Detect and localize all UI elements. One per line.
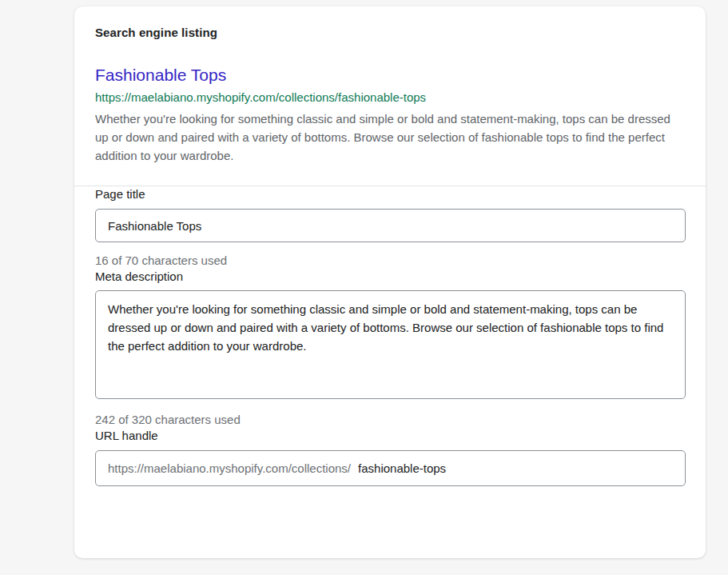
seo-preview-title-link[interactable]: Fashionable Tops [95,64,686,86]
page-background: Search engine listing Fashionable Tops h… [0,0,728,575]
meta-description-label: Meta description [95,270,183,283]
search-engine-listing-card: Search engine listing Fashionable Tops h… [74,6,706,558]
seo-preview: Fashionable Tops https://maelabiano.mysh… [95,64,686,165]
seo-preview-description: Whether you're looking for something cla… [95,110,686,165]
page-title-input[interactable] [95,209,686,242]
meta-description-character-count: 242 of 320 characters used [95,412,686,428]
page-title-character-count: 16 of 70 characters used [95,253,686,269]
url-handle-label: URL handle [95,429,158,442]
card-title: Search engine listing [95,26,686,39]
url-handle-input[interactable] [358,461,673,475]
seo-preview-url: https://maelabiano.myshopify.com/collect… [95,90,686,106]
meta-description-textarea[interactable]: Whether you're looking for something cla… [95,290,686,399]
page-title-label: Page title [95,187,145,201]
url-handle-field[interactable]: https://maelabiano.myshopify.com/collect… [95,450,686,486]
url-handle-prefix: https://maelabiano.myshopify.com/collect… [108,461,351,475]
